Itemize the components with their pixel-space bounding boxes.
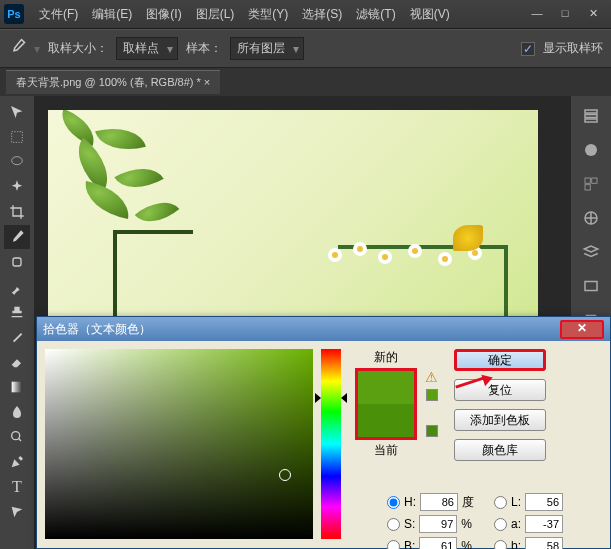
svg-rect-13 [585,282,597,291]
color-libraries-button[interactable]: 颜色库 [454,439,546,461]
stamp-tool[interactable] [4,300,30,324]
h-input[interactable] [420,493,458,511]
color-preview [355,368,417,440]
gradient-tool[interactable] [4,375,30,399]
document-canvas[interactable]: 春 [48,110,538,350]
history-brush-tool[interactable] [4,325,30,349]
new-color-label: 新的 [374,349,398,366]
sample-label: 样本： [186,40,222,57]
lasso-tool[interactable] [4,150,30,174]
sample-size-label: 取样大小： [48,40,108,57]
a-radio[interactable] [494,518,507,531]
close-button[interactable]: ✕ [579,4,607,24]
gamut-warning-icon[interactable]: ⚠ [425,369,438,385]
b-input[interactable] [419,537,457,549]
menu-layer[interactable]: 图层(L) [189,6,242,23]
svg-rect-6 [585,115,597,118]
menu-view[interactable]: 视图(V) [403,6,457,23]
s-input[interactable] [419,515,457,533]
type-tool[interactable]: T [4,475,30,499]
menu-type[interactable]: 类型(Y) [241,6,295,23]
marquee-tool[interactable] [4,125,30,149]
eyedropper-tool[interactable] [4,225,30,249]
sample-select[interactable]: 所有图层▾ [230,37,304,60]
menu-file[interactable]: 文件(F) [32,6,85,23]
dialog-titlebar[interactable]: 拾色器（文本颜色） ✕ [37,317,610,341]
l-input[interactable] [525,493,563,511]
ok-button[interactable]: 确定 [454,349,546,371]
svg-rect-11 [585,185,590,190]
svg-rect-7 [585,119,597,122]
svg-rect-5 [585,110,597,113]
dodge-tool[interactable] [4,425,30,449]
dialog-title: 拾色器（文本颜色） [43,321,151,338]
svg-rect-2 [13,258,21,266]
svg-rect-0 [12,132,23,143]
brush-tool[interactable] [4,275,30,299]
document-tab-bar: 春天背景.png @ 100% (春, RGB/8#) * × [0,68,611,96]
menu-image[interactable]: 图像(I) [139,6,188,23]
menu-edit[interactable]: 编辑(E) [85,6,139,23]
path-tool[interactable] [4,500,30,524]
svg-rect-3 [12,382,23,393]
new-color-swatch [358,371,414,404]
dialog-close-button[interactable]: ✕ [560,320,604,339]
lab-b-radio[interactable] [494,540,507,550]
heal-tool[interactable] [4,250,30,274]
current-color-swatch [358,404,414,437]
butterfly-graphic [453,225,483,251]
b-radio[interactable] [387,540,400,550]
svg-point-1 [12,157,23,165]
lab-b-input[interactable] [525,537,563,549]
svg-point-8 [585,144,597,156]
sample-size-select[interactable]: 取样点▾ [116,37,178,60]
color-panel-icon[interactable] [579,138,603,162]
options-bar: ▾ 取样大小： 取样点▾ 样本： 所有图层▾ ✓ 显示取样环 [0,30,611,68]
svg-rect-10 [592,178,597,183]
s-radio[interactable] [387,518,400,531]
svg-rect-9 [585,178,590,183]
app-logo: Ps [4,4,24,24]
reset-button[interactable]: 复位 [454,379,546,401]
move-tool[interactable] [4,100,30,124]
maximize-button[interactable]: □ [551,4,579,24]
channels-panel-icon[interactable] [579,274,603,298]
a-input[interactable] [525,515,563,533]
wand-tool[interactable] [4,175,30,199]
color-picker-dialog: 拾色器（文本颜色） ✕ 新的 当前 ⚠ 确定 复位 添加到色板 颜色库 [36,316,611,549]
title-bar: Ps 文件(F) 编辑(E) 图像(I) 图层(L) 类型(Y) 选择(S) 滤… [0,0,611,28]
menu-select[interactable]: 选择(S) [295,6,349,23]
hue-slider[interactable] [321,349,341,539]
history-panel-icon[interactable] [579,104,603,128]
eyedropper-icon [8,38,26,59]
crop-tool[interactable] [4,200,30,224]
menu-filter[interactable]: 滤镜(T) [349,6,402,23]
toolbox: T [0,96,34,549]
h-radio[interactable] [387,496,400,509]
blur-tool[interactable] [4,400,30,424]
websafe-swatch[interactable] [426,425,438,437]
color-field[interactable] [45,349,313,539]
show-ring-checkbox[interactable]: ✓ [521,42,535,56]
document-tab[interactable]: 春天背景.png @ 100% (春, RGB/8#) * × [6,70,220,94]
current-color-label: 当前 [374,442,398,459]
adjustments-panel-icon[interactable] [579,206,603,230]
color-field-cursor [279,469,291,481]
layers-panel-icon[interactable] [579,240,603,264]
minimize-button[interactable]: — [523,4,551,24]
nearest-web-swatch[interactable] [426,389,438,401]
pen-tool[interactable] [4,450,30,474]
swatches-panel-icon[interactable] [579,172,603,196]
eraser-tool[interactable] [4,350,30,374]
show-ring-label: 显示取样环 [543,40,603,57]
add-swatch-button[interactable]: 添加到色板 [454,409,546,431]
l-radio[interactable] [494,496,507,509]
